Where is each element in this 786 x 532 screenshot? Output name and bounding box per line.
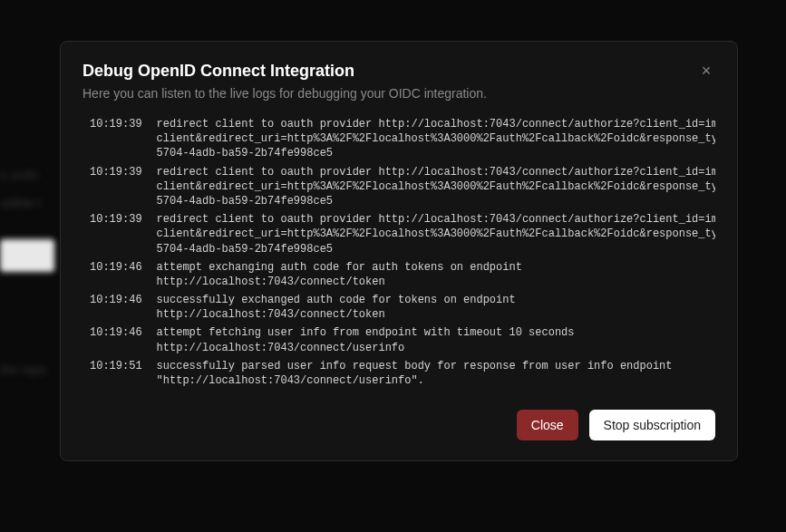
log-row: 10:19:39redirect client to oauth provide… [82, 212, 715, 256]
log-message: attempt fetching user info from endpoint… [157, 325, 575, 354]
log-message: successfully parsed user info request bo… [157, 359, 673, 388]
log-message: redirect client to oauth provider http:/… [157, 212, 715, 256]
log-timestamp: 10:19:46 [82, 260, 142, 289]
log-row: 10:19:39redirect client to oauth provide… [82, 117, 715, 161]
modal-title: Debug OpenID Connect Integration [82, 62, 715, 81]
log-row: 10:19:46attempt fetching user info from … [82, 325, 715, 354]
close-icon[interactable]: × [697, 62, 715, 80]
log-container: 10:19:39redirect client to oauth provide… [82, 117, 715, 392]
stop-subscription-button[interactable]: Stop subscription [589, 410, 715, 440]
modal-header: Debug OpenID Connect Integration Here yo… [82, 62, 715, 101]
bg-blurred-text: the repo [0, 363, 46, 377]
log-row: 10:19:46attempt exchanging auth code for… [82, 260, 715, 289]
log-message: redirect client to oauth provider http:/… [157, 165, 715, 209]
log-timestamp: 10:19:51 [82, 359, 142, 388]
close-button[interactable]: Close [517, 410, 578, 440]
log-timestamp: 10:19:39 [82, 165, 142, 209]
log-row: 10:19:46successfully exchanged auth code… [82, 293, 715, 322]
log-timestamp: 10:19:39 [82, 212, 142, 256]
debug-oidc-modal: Debug OpenID Connect Integration Here yo… [60, 41, 738, 461]
bg-blurred-text: s undo [0, 168, 38, 182]
log-timestamp: 10:19:46 [82, 325, 142, 354]
modal-subtitle: Here you can listen to the live logs for… [82, 86, 715, 101]
modal-footer: Close Stop subscription [82, 410, 715, 440]
bg-blurred-text: udible t [0, 196, 41, 210]
log-row: 10:19:39redirect client to oauth provide… [82, 165, 715, 209]
log-message: attempt exchanging auth code for auth to… [157, 260, 522, 289]
log-message: redirect client to oauth provider http:/… [157, 117, 715, 161]
bg-blurred-button [0, 239, 54, 272]
log-row: 10:19:51successfully parsed user info re… [82, 359, 715, 388]
log-message: successfully exchanged auth code for tok… [157, 293, 516, 322]
log-timestamp: 10:19:39 [82, 117, 142, 161]
log-timestamp: 10:19:46 [82, 293, 142, 322]
